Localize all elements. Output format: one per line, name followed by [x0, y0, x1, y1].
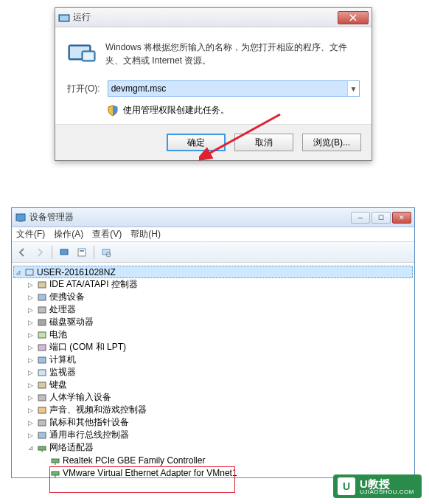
run-description: Windows 将根据您所输入的名称，为您打开相应的程序、文件夹、文档或 Int…	[105, 41, 360, 67]
category-icon	[36, 379, 48, 391]
svg-rect-9	[60, 249, 68, 255]
tree-category[interactable]: ▷磁盘驱动器	[13, 316, 413, 328]
tree-category[interactable]: ▷端口 (COM 和 LPT)	[13, 341, 413, 353]
svg-rect-25	[38, 407, 46, 413]
run-titlebar: 运行	[55, 8, 372, 27]
tree-category[interactable]: ▷便携设备	[13, 291, 413, 303]
tree-category[interactable]: ▷鼠标和其他指针设备	[13, 416, 413, 429]
tree-category[interactable]: ▷电池	[13, 328, 413, 341]
open-combobox[interactable]: ▼	[108, 80, 360, 97]
svg-rect-26	[38, 420, 46, 426]
svg-rect-7	[16, 214, 25, 221]
svg-rect-20	[38, 345, 46, 351]
watermark-logo-icon: U	[338, 477, 355, 495]
watermark-brand: U教授	[360, 478, 414, 489]
tree-category[interactable]: ▷通用串行总线控制器	[13, 429, 413, 441]
tree-category[interactable]: ▷处理器	[13, 303, 413, 316]
run-program-icon	[67, 41, 97, 64]
svg-rect-21	[38, 357, 46, 363]
browse-button[interactable]: 浏览(B)...	[302, 134, 361, 151]
category-icon	[36, 392, 48, 404]
category-icon	[36, 417, 48, 429]
svg-rect-14	[26, 269, 33, 275]
maximize-button[interactable]: ☐	[372, 212, 391, 224]
category-icon	[36, 354, 48, 366]
watermark-url: UJIAOSHOU.COM	[360, 489, 414, 495]
toolbar-forward-icon[interactable]	[32, 245, 47, 260]
svg-rect-27	[38, 432, 46, 438]
network-category-icon	[36, 442, 48, 454]
network-adapter-icon	[49, 467, 61, 478]
run-title-icon	[58, 12, 70, 24]
dm-close-button[interactable]: ✕	[392, 212, 411, 224]
svg-rect-18	[38, 320, 46, 325]
svg-rect-5	[83, 52, 94, 60]
tree-device-network[interactable]: Realtek PCIe GBE Family Controller	[13, 454, 413, 466]
svg-rect-22	[38, 370, 46, 376]
category-icon	[36, 304, 48, 316]
toolbar-computer-icon[interactable]	[57, 245, 72, 260]
ok-button[interactable]: 确定	[167, 134, 226, 151]
network-adapter-icon	[49, 455, 61, 466]
svg-rect-23	[38, 382, 46, 388]
category-icon	[36, 317, 48, 328]
device-manager-icon	[15, 212, 27, 224]
run-dialog: 运行 Windows 将根据您所输入的名称，为您打开相应的程序、文件夹、文档或 …	[55, 7, 372, 161]
dm-title: 设备管理器	[29, 211, 351, 224]
tree-root[interactable]: ⊿USER-20161028NZ	[13, 266, 413, 278]
dm-menubar: 文件(F) 操作(A) 查看(V) 帮助(H)	[12, 227, 414, 242]
svg-rect-11	[80, 250, 84, 252]
category-icon	[36, 404, 48, 416]
category-icon	[36, 279, 48, 291]
svg-rect-24	[38, 395, 46, 401]
dm-titlebar: 设备管理器 ─ ☐ ✕	[12, 208, 414, 227]
svg-rect-10	[78, 249, 86, 256]
svg-rect-19	[38, 332, 46, 338]
close-icon	[349, 14, 357, 21]
svg-rect-28	[38, 446, 46, 450]
category-icon	[36, 329, 48, 341]
menu-action[interactable]: 操作(A)	[54, 228, 83, 241]
close-button[interactable]	[338, 11, 369, 24]
menu-view[interactable]: 查看(V)	[92, 228, 122, 241]
svg-rect-1	[60, 15, 69, 21]
svg-rect-32	[52, 472, 59, 475]
toolbar-properties-icon[interactable]	[74, 245, 89, 260]
cancel-button[interactable]: 取消	[234, 134, 293, 151]
menu-help[interactable]: 帮助(H)	[130, 228, 161, 241]
svg-rect-16	[38, 294, 46, 300]
category-icon	[36, 291, 48, 303]
tree-category-network[interactable]: ⊿网络适配器	[13, 441, 413, 454]
tree-category[interactable]: ▷计算机	[13, 353, 413, 366]
open-input[interactable]	[108, 81, 347, 96]
run-content: Windows 将根据您所输入的名称，为您打开相应的程序、文件夹、文档或 Int…	[55, 27, 372, 124]
device-manager-window: 设备管理器 ─ ☐ ✕ 文件(F) 操作(A) 查看(V) 帮助(H) ⊿USE…	[11, 207, 415, 478]
run-title: 运行	[73, 11, 338, 24]
minimize-button[interactable]: ─	[351, 212, 370, 224]
category-icon	[36, 429, 48, 441]
tree-category[interactable]: ▷人体学输入设备	[13, 391, 413, 404]
run-button-row: 确定 取消 浏览(B)...	[55, 124, 372, 160]
menu-file[interactable]: 文件(F)	[16, 228, 45, 241]
admin-note: 使用管理权限创建此任务。	[123, 104, 229, 117]
dropdown-icon[interactable]: ▼	[347, 81, 359, 96]
watermark: U U教授 UJIAOSHOU.COM	[333, 474, 422, 498]
tree-category[interactable]: ▷键盘	[13, 379, 413, 391]
svg-rect-30	[52, 459, 59, 463]
svg-rect-15	[38, 282, 46, 288]
dm-toolbar	[12, 242, 414, 263]
shield-icon	[107, 105, 119, 117]
toolbar-back-icon[interactable]	[15, 245, 29, 260]
category-icon	[36, 367, 48, 379]
open-label: 打开(O):	[67, 83, 100, 95]
computer-icon	[24, 266, 35, 278]
device-tree[interactable]: ⊿USER-20161028NZ▷IDE ATA/ATAPI 控制器▷便携设备▷…	[12, 263, 414, 477]
tree-category[interactable]: ▷IDE ATA/ATAPI 控制器	[13, 278, 413, 291]
category-icon	[36, 342, 48, 353]
root-label: USER-20161028NZ	[37, 267, 116, 277]
svg-rect-17	[38, 307, 46, 313]
toolbar-scan-icon[interactable]	[99, 245, 114, 260]
svg-rect-8	[18, 221, 23, 222]
tree-category[interactable]: ▷声音、视频和游戏控制器	[13, 404, 413, 416]
tree-category[interactable]: ▷监视器	[13, 366, 413, 379]
